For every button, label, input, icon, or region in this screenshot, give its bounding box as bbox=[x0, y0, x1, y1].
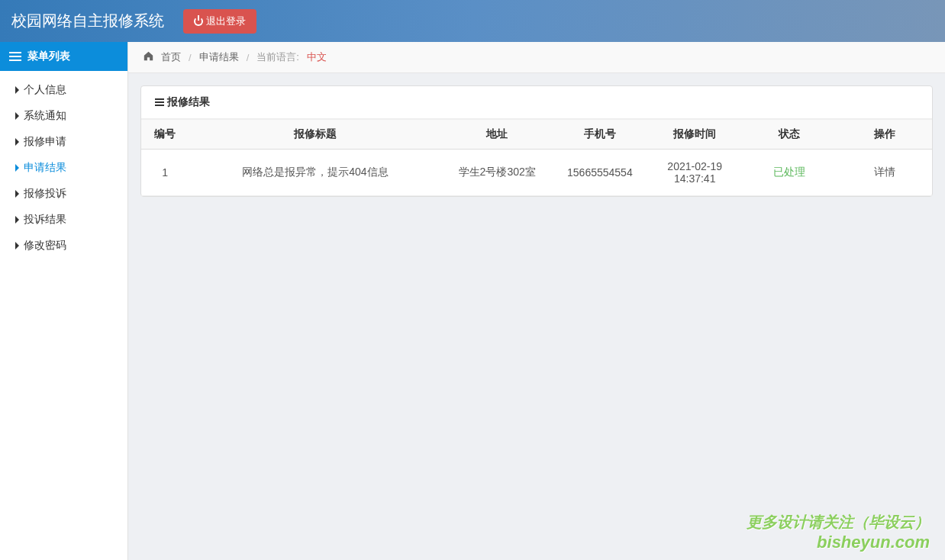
cell-address: 学生2号楼302室 bbox=[442, 150, 553, 196]
status-badge: 已处理 bbox=[773, 166, 805, 178]
caret-right-icon bbox=[15, 190, 19, 198]
cell-phone: 15665554554 bbox=[553, 150, 647, 196]
result-panel: 报修结果 编号 报修标题 地址 手机号 报修时间 状态 操作 bbox=[140, 85, 933, 197]
sidebar-item-label: 修改密码 bbox=[24, 239, 66, 253]
col-title: 报修标题 bbox=[189, 120, 442, 150]
sidebar-item-complaint[interactable]: 报修投诉 bbox=[0, 181, 127, 207]
breadcrumb: 首页 / 申请结果 / 当前语言: 中文 bbox=[128, 42, 945, 73]
caret-right-icon bbox=[15, 216, 19, 224]
app-title: 校园网络自主报修系统 bbox=[11, 11, 164, 31]
sidebar: 菜单列表 个人信息 系统通知 报修申请 申请结果 报修投诉 bbox=[0, 42, 128, 560]
cell-status: 已处理 bbox=[742, 150, 837, 196]
content: 报修结果 编号 报修标题 地址 手机号 报修时间 状态 操作 bbox=[128, 73, 945, 209]
sidebar-item-complaint-result[interactable]: 投诉结果 bbox=[0, 207, 127, 233]
sidebar-item-notice[interactable]: 系统通知 bbox=[0, 103, 127, 129]
app-header: 校园网络自主报修系统 退出登录 bbox=[0, 0, 945, 42]
sidebar-item-apply-result[interactable]: 申请结果 bbox=[0, 155, 127, 181]
sidebar-item-profile[interactable]: 个人信息 bbox=[0, 77, 127, 103]
sidebar-item-label: 投诉结果 bbox=[24, 213, 66, 227]
col-status: 状态 bbox=[742, 120, 837, 150]
sidebar-header: 菜单列表 bbox=[0, 42, 127, 71]
breadcrumb-lang-label: 当前语言: bbox=[256, 50, 299, 64]
logout-label: 退出登录 bbox=[206, 14, 246, 28]
cell-action: 详情 bbox=[837, 150, 932, 196]
sidebar-item-label: 报修投诉 bbox=[24, 187, 66, 201]
power-icon bbox=[194, 17, 203, 26]
breadcrumb-lang-value[interactable]: 中文 bbox=[307, 50, 327, 64]
col-time: 报修时间 bbox=[647, 120, 742, 150]
col-action: 操作 bbox=[837, 120, 932, 150]
main-area: 首页 / 申请结果 / 当前语言: 中文 报修结果 编号 报修标题 地址 bbox=[128, 42, 945, 560]
home-icon bbox=[144, 51, 153, 63]
caret-right-icon bbox=[15, 86, 19, 94]
col-address: 地址 bbox=[442, 120, 553, 150]
breadcrumb-separator: / bbox=[247, 52, 250, 63]
sidebar-item-label: 报修申请 bbox=[24, 135, 66, 149]
sidebar-menu: 个人信息 系统通知 报修申请 申请结果 报修投诉 投诉结果 bbox=[0, 71, 127, 265]
breadcrumb-current: 申请结果 bbox=[199, 50, 239, 64]
logout-button[interactable]: 退出登录 bbox=[183, 9, 256, 34]
cell-time: 2021-02-19 14:37:41 bbox=[647, 150, 742, 196]
result-table: 编号 报修标题 地址 手机号 报修时间 状态 操作 1 网络总是报异常，提示40 bbox=[141, 119, 932, 196]
cell-title: 网络总是报异常，提示404信息 bbox=[189, 150, 442, 196]
panel-header: 报修结果 bbox=[141, 86, 932, 119]
col-phone: 手机号 bbox=[553, 120, 647, 150]
sidebar-item-label: 个人信息 bbox=[24, 83, 66, 97]
panel-title: 报修结果 bbox=[167, 95, 210, 109]
sidebar-item-label: 系统通知 bbox=[24, 109, 66, 123]
breadcrumb-separator: / bbox=[189, 52, 192, 63]
detail-link[interactable]: 详情 bbox=[874, 166, 895, 178]
menu-icon bbox=[9, 52, 21, 61]
col-id: 编号 bbox=[141, 120, 189, 150]
sidebar-item-repair-apply[interactable]: 报修申请 bbox=[0, 129, 127, 155]
table-row: 1 网络总是报异常，提示404信息 学生2号楼302室 15665554554 … bbox=[141, 150, 932, 196]
list-icon bbox=[155, 98, 164, 106]
breadcrumb-home[interactable]: 首页 bbox=[161, 50, 181, 64]
sidebar-item-label: 申请结果 bbox=[24, 161, 66, 175]
caret-right-icon bbox=[15, 112, 19, 120]
sidebar-item-change-password[interactable]: 修改密码 bbox=[0, 233, 127, 259]
caret-right-icon bbox=[15, 138, 19, 146]
sidebar-header-label: 菜单列表 bbox=[27, 50, 70, 63]
cell-id: 1 bbox=[141, 150, 189, 196]
caret-right-icon bbox=[15, 164, 19, 172]
caret-right-icon bbox=[15, 242, 19, 249]
table-header-row: 编号 报修标题 地址 手机号 报修时间 状态 操作 bbox=[141, 120, 932, 150]
